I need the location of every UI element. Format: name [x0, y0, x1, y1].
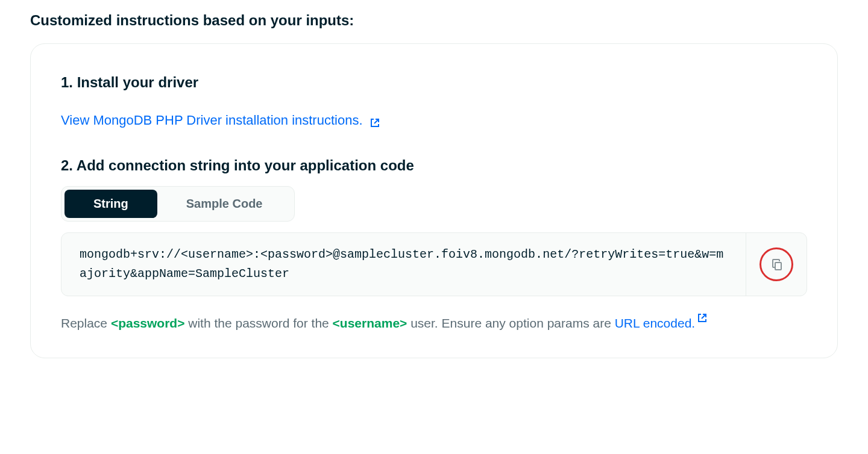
driver-install-link-text: View MongoDB PHP Driver installation ins…: [61, 113, 363, 128]
replace-note: Replace <password> with the password for…: [61, 308, 807, 334]
external-link-icon: [370, 116, 380, 125]
username-placeholder: <username>: [333, 316, 407, 330]
connection-string-block: mongodb+srv://<username>:<password>@samp…: [61, 232, 807, 296]
page-title: Customized instructions based on your in…: [30, 12, 838, 29]
tab-sample-code[interactable]: Sample Code: [157, 190, 292, 218]
copy-button[interactable]: [760, 247, 793, 281]
driver-install-link[interactable]: View MongoDB PHP Driver installation ins…: [61, 113, 380, 128]
copy-button-container: [746, 233, 807, 296]
url-encoded-link[interactable]: URL encoded.: [615, 316, 707, 330]
code-tabs: String Sample Code: [61, 186, 295, 222]
password-placeholder: <password>: [111, 316, 185, 330]
tab-string[interactable]: String: [64, 190, 157, 218]
note-mid1: with the password for the: [184, 316, 332, 330]
url-encoded-link-text: URL encoded.: [615, 316, 695, 330]
instructions-card: 1. Install your driver View MongoDB PHP …: [30, 43, 838, 358]
copy-icon: [769, 257, 784, 272]
connection-string-text: mongodb+srv://<username>:<password>@samp…: [61, 233, 746, 296]
external-link-icon: [697, 308, 707, 318]
note-prefix: Replace: [61, 316, 111, 330]
step1-heading: 1. Install your driver: [61, 74, 807, 91]
note-mid2: user. Ensure any option params are: [407, 316, 614, 330]
step2-heading: 2. Add connection string into your appli…: [61, 157, 807, 174]
